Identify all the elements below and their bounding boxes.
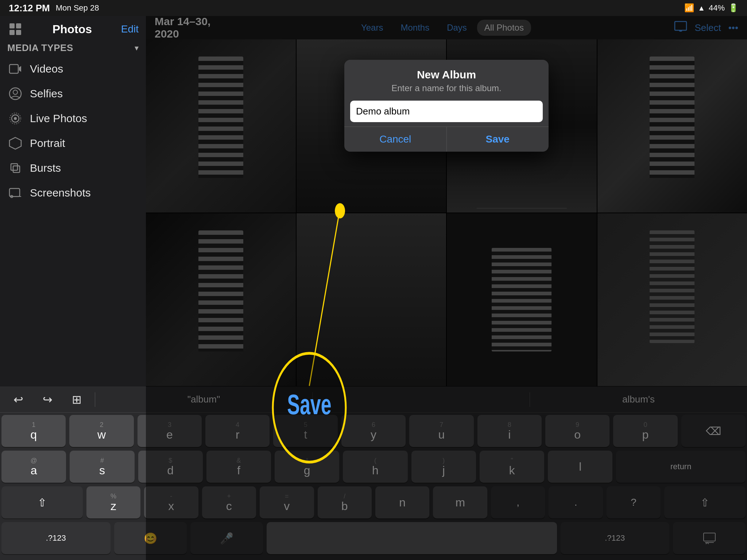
status-bar: 12:12 PM Mon Sep 28 📶 ▲ 44% 🔋: [0, 0, 747, 16]
sidebar-item-videos[interactable]: Videos: [0, 57, 146, 81]
battery-icon: 🔋: [728, 3, 738, 13]
sidebar-edit-button[interactable]: Edit: [121, 23, 139, 35]
sidebar-label-live-photos: Live Photos: [30, 112, 87, 125]
svg-rect-3: [16, 30, 21, 35]
key-s[interactable]: #s: [70, 451, 134, 483]
numbers-key-left[interactable]: .?123: [1, 522, 111, 554]
battery-indicator: 44%: [709, 3, 725, 13]
sidebar-label-videos: Videos: [30, 63, 63, 75]
shift-left-key[interactable]: ⇧: [1, 486, 83, 518]
svg-rect-1: [16, 23, 21, 28]
bursts-icon: [7, 160, 23, 176]
status-icons: 📶 ▲ 44% 🔋: [684, 3, 738, 13]
key-z[interactable]: %z: [86, 486, 140, 518]
dialog-subtitle: Enter a name for this album.: [353, 83, 540, 93]
svg-marker-11: [9, 137, 21, 149]
undo-button[interactable]: ↩: [7, 389, 29, 411]
sidebar-section-header: Media Types ▾: [0, 39, 146, 57]
sidebar-item-portrait[interactable]: Portrait: [0, 131, 146, 156]
sidebar-item-bursts[interactable]: Bursts: [0, 156, 146, 180]
svg-rect-4: [9, 65, 18, 73]
svg-rect-2: [9, 30, 15, 35]
sidebar-title: Photos: [53, 23, 92, 36]
wifi-icon: 📶: [684, 3, 694, 13]
chevron-down-icon[interactable]: ▾: [135, 43, 139, 53]
status-date: Mon Sep 28: [56, 3, 99, 13]
sidebar-label-screenshots: Screenshots: [30, 187, 91, 199]
key-a[interactable]: @a: [1, 451, 66, 483]
key-q[interactable]: 1q: [1, 415, 66, 447]
main-content: Mar 14–30, 2020 Years Months Days All Ph…: [146, 16, 747, 560]
paste-button[interactable]: ⊞: [66, 389, 88, 411]
sidebar-item-screenshots[interactable]: Screenshots: [0, 180, 146, 205]
sidebar-header: Photos Edit: [0, 16, 146, 39]
selfies-icon: [7, 86, 23, 102]
portrait-icon: [7, 135, 23, 151]
sidebar-label-selfies: Selfies: [30, 88, 63, 100]
album-name-input[interactable]: [350, 101, 543, 122]
key-w[interactable]: 2w: [69, 415, 133, 447]
undo-redo-area: ↩ ↪ ⊞: [0, 389, 95, 411]
dialog-overlay: New Album Enter a name for this album. C…: [146, 16, 747, 560]
svg-marker-5: [19, 66, 21, 72]
svg-point-9: [14, 117, 17, 120]
dialog-input-container: [344, 96, 549, 127]
sidebar-label-bursts: Bursts: [30, 162, 61, 174]
cancel-button[interactable]: Cancel: [344, 127, 447, 152]
sidebar-item-live-photos[interactable]: Live Photos: [0, 106, 146, 131]
save-button[interactable]: Save: [447, 127, 549, 152]
svg-point-7: [13, 90, 18, 94]
sidebar-item-selfies[interactable]: Selfies: [0, 81, 146, 106]
status-time: 12:12 PM: [9, 3, 50, 14]
sidebar-grid-button[interactable]: [7, 21, 23, 37]
screenshots-icon: [7, 185, 23, 201]
dialog-buttons: Cancel Save: [344, 127, 549, 152]
dialog-title: New Album: [353, 69, 540, 81]
svg-rect-0: [9, 23, 15, 28]
sidebar-section-title: Media Types: [7, 42, 73, 54]
live-photos-icon: [7, 110, 23, 127]
sidebar-label-portrait: Portrait: [30, 137, 65, 149]
svg-rect-13: [13, 166, 20, 172]
signal-icon: ▲: [698, 4, 705, 12]
new-album-dialog: New Album Enter a name for this album. C…: [344, 60, 549, 152]
dialog-header: New Album Enter a name for this album.: [344, 60, 549, 96]
videos-icon: [7, 61, 23, 77]
redo-button[interactable]: ↪: [36, 389, 58, 411]
svg-rect-12: [11, 164, 18, 170]
